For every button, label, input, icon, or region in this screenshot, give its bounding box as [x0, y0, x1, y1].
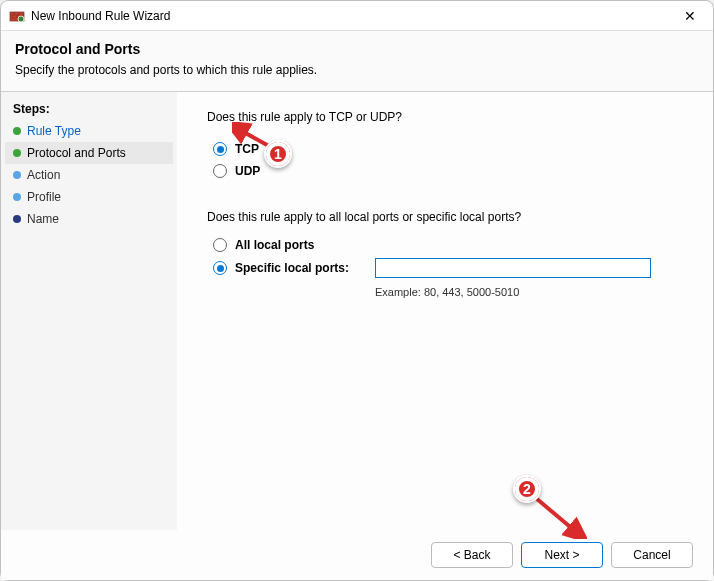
wizard-footer: < Back Next > Cancel	[1, 530, 713, 580]
bullet-done-icon	[13, 127, 21, 135]
ports-radio-group: All local ports Specific local ports: Ex…	[213, 238, 683, 298]
window-title: New Inbound Rule Wizard	[31, 9, 675, 23]
radio-all-ports[interactable]	[213, 238, 227, 252]
wizard-window: New Inbound Rule Wizard ✕ Protocol and P…	[0, 0, 714, 581]
svg-point-6	[18, 16, 24, 22]
radio-tcp[interactable]	[213, 142, 227, 156]
steps-sidebar: Steps: Rule Type Protocol and Ports Acti…	[1, 92, 177, 530]
step-rule-type[interactable]: Rule Type	[5, 120, 173, 142]
step-name[interactable]: Name	[5, 208, 173, 230]
step-label: Action	[27, 168, 60, 182]
radio-specific-ports-label: Specific local ports:	[235, 261, 375, 275]
wizard-body: Steps: Rule Type Protocol and Ports Acti…	[1, 92, 713, 530]
steps-header: Steps:	[5, 100, 173, 120]
next-button[interactable]: Next >	[521, 542, 603, 568]
titlebar: New Inbound Rule Wizard ✕	[1, 1, 713, 31]
firewall-icon	[9, 8, 25, 24]
bullet-current-icon	[13, 149, 21, 157]
ports-example-text: Example: 80, 443, 5000-5010	[375, 286, 683, 298]
page-subtitle: Specify the protocols and ports to which…	[15, 63, 699, 77]
step-profile[interactable]: Profile	[5, 186, 173, 208]
step-protocol-and-ports[interactable]: Protocol and Ports	[5, 142, 173, 164]
radio-all-ports-label: All local ports	[235, 238, 683, 252]
radio-udp-label: UDP	[235, 164, 260, 178]
step-label: Name	[27, 212, 59, 226]
content-panel: Does this rule apply to TCP or UDP? TCP …	[177, 92, 713, 530]
cancel-button[interactable]: Cancel	[611, 542, 693, 568]
bullet-pending-icon	[13, 171, 21, 179]
step-label: Rule Type	[27, 124, 81, 138]
bullet-pending-icon	[13, 215, 21, 223]
step-label: Profile	[27, 190, 61, 204]
bullet-pending-icon	[13, 193, 21, 201]
radio-tcp-label: TCP	[235, 142, 259, 156]
radio-udp[interactable]	[213, 164, 227, 178]
annotation-callout-2: 2	[513, 475, 541, 503]
back-button[interactable]: < Back	[431, 542, 513, 568]
ports-question: Does this rule apply to all local ports …	[207, 210, 683, 224]
annotation-callout-1: 1	[264, 140, 292, 168]
step-action[interactable]: Action	[5, 164, 173, 186]
radio-specific-ports[interactable]	[213, 261, 227, 275]
wizard-header: Protocol and Ports Specify the protocols…	[1, 31, 713, 92]
protocol-question: Does this rule apply to TCP or UDP?	[207, 110, 683, 124]
close-button[interactable]: ✕	[675, 4, 705, 28]
page-title: Protocol and Ports	[15, 41, 699, 57]
specific-ports-input[interactable]	[375, 258, 651, 278]
step-label: Protocol and Ports	[27, 146, 126, 160]
